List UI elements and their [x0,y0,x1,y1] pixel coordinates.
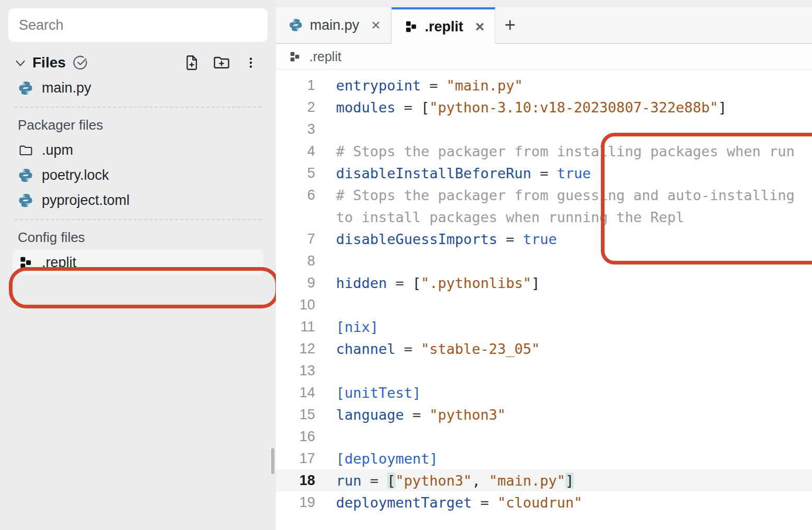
code-token: "cloudrun" [497,494,583,511]
code-token: entrypoint [336,77,421,94]
code-token: "main.py" [446,77,523,94]
breadcrumb: .replit [276,44,812,70]
line-number: 10 [276,297,315,313]
editor-pane: main.py×.replit×+ .replit 1entrypoint = … [276,0,812,530]
code-editor[interactable]: 1entrypoint = "main.py"2modules = ["pyth… [276,70,812,513]
code-token: ] [531,275,540,291]
line-number: 14 [276,385,315,401]
line-number: 13 [276,363,315,379]
code-token: disableGuessImports [336,231,497,247]
code-token: [nix] [336,319,378,335]
code-token: # Stops the packager from installing pac… [336,143,795,159]
code-line-16[interactable]: 16 [276,425,812,447]
code-line-4[interactable]: 4# Stops the packager from installing pa… [276,140,812,162]
code-token: [unitTest] [336,385,421,401]
file-row-poetry.lock[interactable]: poetry.lock [0,163,276,188]
code-line-8[interactable]: 8 [276,250,812,272]
code-token: language [336,407,404,423]
tab-main.py[interactable]: main.py× [276,7,391,43]
replit-file-icon [289,51,301,63]
code-line-13[interactable]: 13 [276,360,812,382]
line-content: channel = "stable-23_05" [336,341,540,357]
code-token: = [396,99,421,116]
tabbar-top-strip [276,0,812,7]
code-line-2[interactable]: 2modules = ["python-3.10:v18-20230807-32… [276,96,812,118]
code-line-14[interactable]: 14[unitTest] [276,382,812,404]
new-file-icon[interactable] [183,54,201,72]
file-name: pyproject.toml [42,192,130,209]
close-icon[interactable]: × [372,17,381,33]
code-token: = [472,494,497,511]
code-token: hidden [336,275,387,291]
line-number: 19 [276,494,315,511]
tab-label: main.py [310,17,359,33]
python-file-icon [18,167,33,183]
code-token: [ [421,99,430,116]
file-name: .replit [42,255,76,271]
code-line-6[interactable]: 6# Stops the packager from guessing and … [276,184,812,206]
file-row-pyproject.toml[interactable]: pyproject.toml [0,188,276,213]
code-token: ] [718,99,727,116]
code-line-3[interactable]: 3 [276,118,812,140]
line-content: # Stops the packager from installing pac… [336,143,795,159]
code-token: modules [336,99,396,116]
code-line-1[interactable]: 1entrypoint = "main.py" [276,74,812,96]
kebab-menu-icon[interactable] [245,55,257,71]
code-line-12[interactable]: 12channel = "stable-23_05" [276,338,812,360]
code-token: = [421,77,447,94]
code-line-9[interactable]: 9hidden = [".pythonlibs"] [276,272,812,294]
sidebar-scrollbar-thumb[interactable] [271,448,274,474]
close-icon[interactable]: × [475,19,485,34]
code-line-7[interactable]: 7disableGuessImports = true [276,228,812,250]
file-row-.replit[interactable]: .replit [13,250,263,275]
code-token: "stable-23_05" [421,341,540,357]
section-divider [15,219,261,220]
line-number: 17 [276,451,315,467]
tab-label: .replit [425,19,463,35]
tab-.replit[interactable]: .replit× [391,7,495,44]
code-token: [ [412,275,421,291]
files-header: Files [0,50,276,75]
check-circle-icon[interactable] [72,54,89,71]
line-number: 16 [276,429,315,445]
new-folder-icon[interactable] [212,53,231,72]
code-line-11[interactable]: 11[nix] [276,316,812,338]
code-token: "python3" [396,473,472,489]
code-line-18[interactable]: 18run = ["python3", "main.py"] [276,469,812,491]
code-token: , [472,473,489,489]
replit-file-icon [404,20,418,33]
code-token: deploymentTarget [336,494,472,511]
section-divider [15,107,261,108]
new-tab-button[interactable]: + [495,7,525,43]
files-section-title: Files [32,54,66,71]
search-input[interactable] [8,8,268,42]
line-number: 5 [276,165,315,181]
code-line-17[interactable]: 17[deployment] [276,447,812,469]
line-content: [unitTest] [336,385,421,401]
replit-file-icon [18,256,33,270]
code-line-19[interactable]: 19deploymentTarget = "cloudrun" [276,491,812,513]
code-token: true [523,231,557,247]
file-sidebar: Files main.pyPackager files.upmpoetry.lo… [0,0,276,530]
file-row-main.py[interactable]: main.py [0,75,276,100]
code-line-10[interactable]: 10 [276,294,812,316]
code-token: "python-3.10:v18-20230807-322e88b" [430,99,718,116]
code-token: = [396,341,421,357]
line-number: 3 [276,121,315,137]
code-line-5[interactable]: 5disableInstallBeforeRun = true [276,162,812,184]
code-token: to install packages when running the Rep… [336,209,684,225]
code-token: ] [565,473,574,489]
line-content: modules = ["python-3.10:v18-20230807-322… [336,99,727,116]
python-file-icon [18,80,33,96]
code-token: "main.py" [489,473,565,489]
code-token: = [362,473,387,489]
code-line-wrap[interactable]: to install packages when running the Rep… [276,206,812,228]
chevron-down-icon[interactable] [14,56,27,70]
code-line-15[interactable]: 15language = "python3" [276,404,812,425]
code-token: = [387,275,413,291]
tab-bar: main.py×.replit×+ [276,7,812,44]
file-row-.upm[interactable]: .upm [0,137,276,163]
code-token: = [531,165,557,181]
line-content: [nix] [336,319,378,335]
file-list: main.pyPackager files.upmpoetry.lockpypr… [0,75,276,275]
